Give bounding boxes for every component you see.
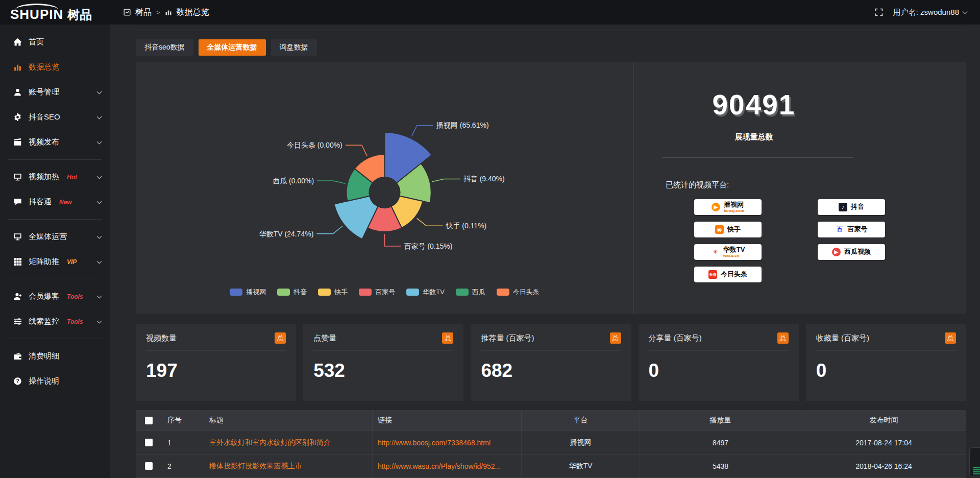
platform-grid: ▶播视网boosj.com♪抖音◉快手百百家号✳华数TVwasu.cn▶西瓜视频… — [694, 199, 966, 282]
stat-label: 点赞量 — [313, 333, 336, 343]
sidebar-item-label: 视频发布 — [29, 137, 59, 147]
stat-card-点赞量: 点赞量总532 — [303, 324, 463, 401]
pie-slice-华数TV[interactable] — [334, 196, 378, 240]
cell-no: 2 — [162, 455, 204, 477]
legend-swatch — [406, 289, 419, 296]
wallet-icon — [13, 352, 22, 361]
platform-sub: wasu.cn — [723, 254, 740, 258]
grid-icon — [13, 257, 22, 266]
chevron-down-icon — [97, 174, 102, 179]
legend-item-今日头条[interactable]: 今日头条 — [497, 288, 540, 297]
sidebar-item-douyin-seo[interactable]: 抖音SEO — [0, 105, 110, 130]
legend-item-华数TV[interactable]: 华数TV — [406, 288, 445, 297]
sidebar-item-consume-detail[interactable]: 消费明细 — [0, 344, 110, 369]
platform-badge-华数TV: ✳华数TVwasu.cn — [694, 244, 762, 260]
sidebar-item-label: 矩阵助推 — [29, 257, 59, 267]
sidebar-item-data-overview[interactable]: 数据总览 — [0, 55, 110, 80]
user-icon — [13, 88, 22, 97]
col-platform: 平台 — [522, 410, 640, 431]
video-url-link[interactable]: http://www.wasu.cn/Play/show/id/952... — [378, 462, 501, 470]
sidebar-item-clue-monitor[interactable]: 线索监控Tools — [0, 309, 110, 334]
platform-logo-icon: ◉ — [715, 225, 724, 234]
video-url-link[interactable]: http://www.boosj.com/7338468.html — [378, 439, 491, 447]
sidebar-item-label: 账号管理 — [29, 87, 59, 97]
breadcrumb-root[interactable]: 树品 — [135, 7, 152, 18]
sidebar-item-member-baoke[interactable]: 会员爆客Tools — [0, 284, 110, 309]
summary-divider — [662, 157, 853, 158]
pie-label-line — [417, 218, 443, 226]
stat-card-视频数量: 视频数量总197 — [136, 324, 296, 401]
sidebar-item-label: 视频加热 — [29, 172, 59, 182]
legend-item-百家号[interactable]: 百家号 — [359, 288, 395, 297]
legend-label: 西瓜 — [472, 288, 485, 297]
platform-name: 快手 — [727, 226, 741, 233]
logo-cn-text: 树品 — [67, 9, 92, 21]
sidebar-item-operation-guide[interactable]: ?操作说明 — [0, 369, 110, 394]
sidebar-item-home[interactable]: 首页 — [0, 30, 110, 55]
legend-swatch — [277, 289, 290, 296]
sidebar-item-douketong[interactable]: 抖客通New — [0, 189, 110, 214]
legend-item-西瓜[interactable]: 西瓜 — [456, 288, 485, 297]
row-checkbox[interactable] — [145, 462, 153, 470]
col-title: 标题 — [204, 410, 373, 431]
sidebar-item-matrix-boost[interactable]: 矩阵助推VIP — [0, 249, 110, 274]
fullscreen-icon[interactable] — [875, 8, 883, 16]
user-menu[interactable]: 用户名: zswodun88 — [893, 8, 967, 17]
platform-logo-icon: ▶ — [712, 203, 720, 211]
sidebar-item-video-publish[interactable]: 视频发布 — [0, 130, 110, 155]
pie-label-line — [432, 179, 460, 181]
sidebar-divider — [8, 159, 102, 160]
stats-row: 视频数量总197点赞量总532推荐量 (百家号)总682分享量 (百家号)总0收… — [136, 324, 966, 401]
user-plus-icon — [13, 292, 22, 301]
platform-badge-百家号: 百百家号 — [818, 222, 885, 237]
pie-label-line — [317, 181, 345, 183]
widget-bar — [973, 473, 980, 474]
rose-chart-area: 播视网 (65.61%)抖音 (9.40%)快手 (0.11%)百家号 (0.1… — [136, 62, 633, 314]
app-logo[interactable]: SHUPIN 树品 — [0, 4, 110, 21]
chevron-down-icon — [97, 89, 102, 94]
platform-badge-播视网: ▶播视网boosj.com — [694, 199, 762, 215]
floating-widget[interactable] — [969, 447, 980, 477]
total-impressions-value: 90491 — [634, 88, 874, 121]
total-badge: 总 — [777, 332, 789, 344]
legend-item-抖音[interactable]: 抖音 — [277, 288, 307, 297]
sidebar-item-account-manage[interactable]: 账号管理 — [0, 80, 110, 105]
chevron-down-icon — [963, 9, 968, 14]
data-tabs: 抖音seo数据全媒体运营数据询盘数据 — [136, 39, 966, 56]
widget-bar — [973, 471, 980, 472]
select-all-checkbox[interactable] — [145, 417, 153, 424]
badge-tools: Tools — [67, 293, 83, 300]
video-title-link[interactable]: 室外水纹灯和室内水纹灯的区别和简介 — [209, 438, 331, 447]
cell-plays: 5438 — [640, 455, 801, 477]
platform-name: 播视网 — [724, 201, 744, 208]
total-badge: 总 — [610, 332, 621, 344]
legend-item-快手[interactable]: 快手 — [318, 288, 348, 297]
sidebar-item-label: 会员爆客 — [29, 292, 59, 301]
pie-label: 播视网 (65.61%) — [436, 121, 489, 129]
stat-card-收藏量 (百家号): 收藏量 (百家号)总0 — [806, 324, 966, 401]
sidebar-item-label: 消费明细 — [29, 351, 59, 361]
sidebar-item-video-heat[interactable]: 视频加热Hot — [0, 164, 110, 189]
topbar-right: 用户名: zswodun88 — [875, 8, 980, 17]
chevron-down-icon — [97, 318, 102, 323]
sidebar-item-media-operation[interactable]: 全媒体运营 — [0, 224, 110, 249]
sidebar-item-label: 抖音SEO — [29, 112, 60, 122]
row-checkbox[interactable] — [145, 439, 153, 446]
stat-card-分享量 (百家号): 分享量 (百家号)总0 — [639, 324, 799, 401]
platforms-title: 已统计的视频平台: — [666, 180, 966, 190]
chevron-down-icon — [97, 199, 102, 204]
sidebar-item-label: 数据总览 — [29, 62, 59, 72]
tab-media-operation-data[interactable]: 全媒体运营数据 — [199, 39, 266, 56]
gear-icon — [13, 113, 22, 122]
legend-item-播视网[interactable]: 播视网 — [230, 288, 266, 297]
tab-inquiry-data[interactable]: 询盘数据 — [271, 39, 317, 56]
stat-label: 推荐量 (百家号) — [481, 333, 534, 343]
video-title-link[interactable]: 楼体投影灯投影效果震撼上市 — [209, 462, 302, 471]
legend-label: 今日头条 — [513, 288, 540, 297]
breadcrumb-current: 数据总览 — [177, 7, 209, 18]
table-header-row: 序号标题链接平台播放量发布时间 — [136, 410, 966, 431]
platform-name: 华数TV — [723, 246, 745, 253]
tab-douyin-seo-data[interactable]: 抖音seo数据 — [136, 39, 193, 56]
logo-text: SHUPIN — [10, 4, 63, 21]
table-row-2: 2楼体投影灯投影效果震撼上市http://www.wasu.cn/Play/sh… — [136, 454, 966, 477]
